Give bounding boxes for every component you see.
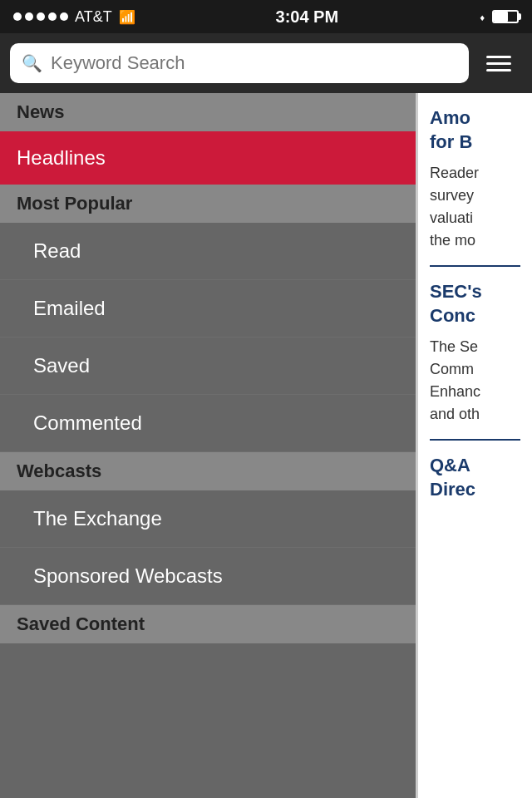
hamburger-line-3 xyxy=(486,69,511,71)
status-left: AT&T 📶 xyxy=(13,8,135,26)
section-header-most-popular: Most Popular xyxy=(0,185,416,223)
search-icon: 🔍 xyxy=(22,53,42,73)
content-pane: Amofor B Readersurveyvaluatithe mo SEC's… xyxy=(416,93,532,798)
time-label: 3:04 PM xyxy=(276,7,339,27)
carrier-label: AT&T xyxy=(75,8,112,26)
battery-icon xyxy=(492,10,519,23)
article-2-body: The SeCommEnhancand oth xyxy=(430,336,520,426)
search-bar-row: 🔍 xyxy=(0,33,532,93)
wifi-icon: 📶 xyxy=(119,9,135,25)
sidebar-item-commented[interactable]: Commented xyxy=(0,395,416,452)
sidebar-item-headlines[interactable]: Headlines xyxy=(0,131,416,185)
main-layout: News Headlines Most Popular Read Emailed… xyxy=(0,93,532,798)
dot-5 xyxy=(60,12,68,21)
search-input-wrap[interactable]: 🔍 xyxy=(10,43,469,83)
bluetooth-icon: ⬧ xyxy=(479,10,485,23)
dot-4 xyxy=(48,12,57,21)
status-right: ⬧ xyxy=(479,10,519,23)
hamburger-menu-button[interactable] xyxy=(475,43,522,83)
dot-3 xyxy=(37,12,45,21)
hamburger-line-1 xyxy=(486,56,511,58)
article-2[interactable]: SEC'sConc The SeCommEnhancand oth xyxy=(430,280,520,426)
article-divider-2 xyxy=(430,439,520,441)
search-input[interactable] xyxy=(51,52,457,74)
article-divider-1 xyxy=(430,265,520,267)
battery-fill xyxy=(494,12,508,22)
article-3[interactable]: Q&ADirec xyxy=(430,454,520,501)
sidebar-item-sponsored-webcasts[interactable]: Sponsored Webcasts xyxy=(0,548,416,605)
article-1-body: Readersurveyvaluatithe mo xyxy=(430,162,520,252)
dot-1 xyxy=(13,12,22,21)
section-header-webcasts: Webcasts xyxy=(0,452,416,490)
hamburger-line-2 xyxy=(486,62,511,65)
sidebar-item-emailed[interactable]: Emailed xyxy=(0,280,416,337)
article-1[interactable]: Amofor B Readersurveyvaluatithe mo xyxy=(430,106,520,252)
article-2-title: SEC'sConc xyxy=(430,280,520,328)
section-header-news: News xyxy=(0,93,416,131)
sidebar-item-read[interactable]: Read xyxy=(0,223,416,280)
section-header-saved-content: Saved Content xyxy=(0,605,416,643)
article-3-title: Q&ADirec xyxy=(430,454,520,501)
status-bar: AT&T 📶 3:04 PM ⬧ xyxy=(0,0,532,33)
dot-2 xyxy=(25,12,33,21)
sidebar-item-the-exchange[interactable]: The Exchange xyxy=(0,490,416,548)
signal-dots xyxy=(13,12,68,21)
article-1-title: Amofor B xyxy=(430,106,520,154)
sidebar: News Headlines Most Popular Read Emailed… xyxy=(0,93,416,798)
sidebar-item-saved[interactable]: Saved xyxy=(0,337,416,395)
